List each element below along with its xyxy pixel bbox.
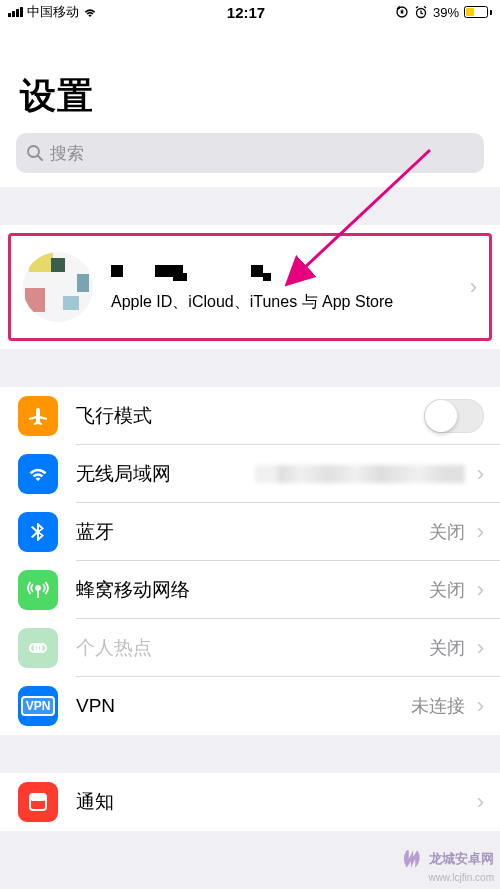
bluetooth-row[interactable]: 蓝牙 关闭 › xyxy=(0,503,500,561)
chevron-icon: › xyxy=(477,789,484,815)
chevron-icon: › xyxy=(477,519,484,545)
row-label: 个人热点 xyxy=(76,635,429,661)
search-wrap: 搜索 xyxy=(0,133,500,187)
clock: 12:17 xyxy=(227,4,265,21)
chevron-icon: › xyxy=(477,693,484,719)
svg-line-4 xyxy=(38,156,42,160)
connectivity-group: 飞行模式 无线局域网 › 蓝牙 关闭 › 蜂窝移动网络 关闭 › 个人热点 关闭… xyxy=(0,387,500,735)
avatar xyxy=(23,252,93,322)
search-icon xyxy=(26,144,44,162)
svg-rect-1 xyxy=(401,11,404,14)
search-input[interactable]: 搜索 xyxy=(16,133,484,173)
airplane-icon xyxy=(18,396,58,436)
wifi-value-redacted xyxy=(255,465,465,483)
row-label: 通知 xyxy=(76,789,473,815)
battery-icon xyxy=(464,6,492,18)
row-label: 蜂窝移动网络 xyxy=(76,577,429,603)
watermark-icon xyxy=(399,846,425,872)
hotspot-icon xyxy=(18,628,58,668)
wifi-status-icon xyxy=(83,7,97,18)
vpn-row[interactable]: VPN VPN 未连接 › xyxy=(0,677,500,735)
rotation-lock-icon xyxy=(395,5,409,19)
page-title: 设置 xyxy=(20,72,480,121)
vpn-icon: VPN xyxy=(18,686,58,726)
row-label: 蓝牙 xyxy=(76,519,429,545)
svg-rect-9 xyxy=(30,794,46,801)
svg-point-3 xyxy=(28,146,39,157)
row-value: 未连接 xyxy=(411,694,465,718)
search-placeholder: 搜索 xyxy=(50,142,84,165)
profile-text: Apple ID、iCloud、iTunes 与 App Store xyxy=(111,261,466,313)
hotspot-row[interactable]: 个人热点 关闭 › xyxy=(0,619,500,677)
airplane-mode-row[interactable]: 飞行模式 xyxy=(0,387,500,445)
watermark: 龙城安卓网 www.lcjfin.com xyxy=(399,846,494,883)
watermark-url: www.lcjfin.com xyxy=(399,872,494,883)
profile-subtitle: Apple ID、iCloud、iTunes 与 App Store xyxy=(111,292,466,313)
wifi-row[interactable]: 无线局域网 › xyxy=(0,445,500,503)
row-label: VPN xyxy=(76,695,411,717)
status-left: 中国移动 xyxy=(8,3,97,21)
alarm-icon xyxy=(414,5,428,19)
row-value: 关闭 xyxy=(429,520,465,544)
status-bar: 中国移动 12:17 39% xyxy=(0,0,500,24)
signal-icon xyxy=(8,7,23,17)
notifications-group: 通知 › xyxy=(0,773,500,831)
svg-point-5 xyxy=(36,586,40,590)
watermark-text: 龙城安卓网 xyxy=(429,850,494,868)
airplane-toggle[interactable] xyxy=(424,399,484,433)
profile-name-redacted xyxy=(111,261,466,283)
notifications-icon xyxy=(18,782,58,822)
apple-id-row[interactable]: Apple ID、iCloud、iTunes 与 App Store › xyxy=(8,233,492,341)
chevron-icon: › xyxy=(477,635,484,661)
status-right: 39% xyxy=(395,5,492,20)
cellular-icon xyxy=(18,570,58,610)
bluetooth-icon xyxy=(18,512,58,552)
cellular-row[interactable]: 蜂窝移动网络 关闭 › xyxy=(0,561,500,619)
header: 设置 xyxy=(0,24,500,133)
notifications-row[interactable]: 通知 › xyxy=(0,773,500,831)
chevron-icon: › xyxy=(477,577,484,603)
carrier-label: 中国移动 xyxy=(27,3,79,21)
profile-group: Apple ID、iCloud、iTunes 与 App Store › xyxy=(0,225,500,349)
chevron-icon: › xyxy=(477,461,484,487)
row-label: 飞行模式 xyxy=(76,403,424,429)
battery-pct: 39% xyxy=(433,5,459,20)
row-value: 关闭 xyxy=(429,578,465,602)
row-value: 关闭 xyxy=(429,636,465,660)
chevron-icon: › xyxy=(470,274,477,300)
row-label: 无线局域网 xyxy=(76,461,255,487)
wifi-icon xyxy=(18,454,58,494)
